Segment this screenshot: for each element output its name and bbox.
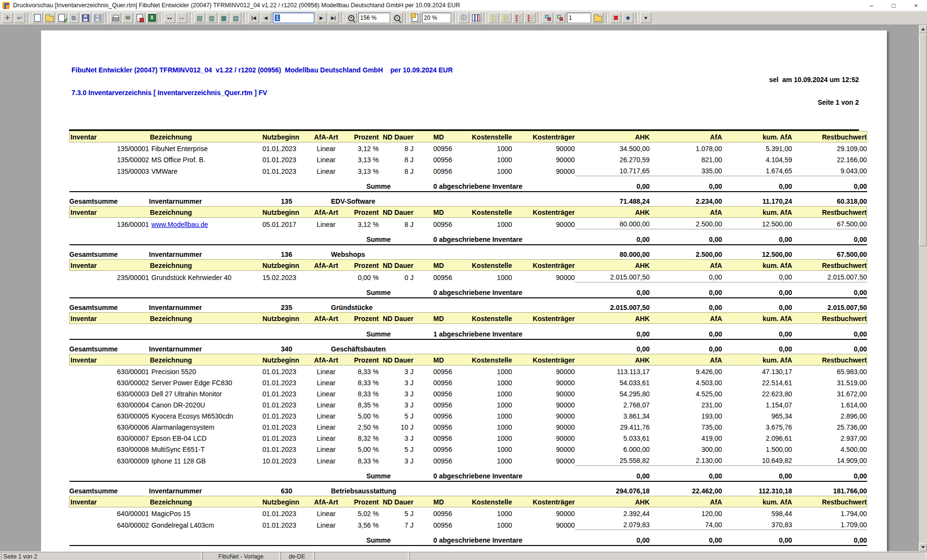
excel-export-button[interactable]: X xyxy=(146,13,157,23)
inventory-cell: Iphone 11 128 GB xyxy=(149,454,263,466)
print-button[interactable] xyxy=(110,13,121,23)
inventory-cell: 01.01.2023 xyxy=(263,388,311,399)
modellbau-link[interactable]: www.Modellbau.de xyxy=(152,221,209,228)
drill-up-button[interactable] xyxy=(554,13,565,23)
toolbar-separator xyxy=(244,13,246,23)
toolbar-overflow-button[interactable]: ▾ xyxy=(640,13,651,23)
vertical-scrollbar[interactable] xyxy=(918,25,927,551)
next-page-button[interactable]: ▶ xyxy=(316,13,327,23)
view-two-pages-button[interactable]: ▦ xyxy=(218,13,229,23)
view-whole-page-button[interactable]: ▤ xyxy=(194,13,205,23)
inventory-cell: 00956 xyxy=(416,410,455,421)
gesamtsumme-spacer xyxy=(512,546,575,551)
user-button[interactable]: ☻ xyxy=(622,13,633,23)
inventory-number-cell: 630/00008 xyxy=(70,443,149,454)
email-button[interactable]: ✉ xyxy=(122,13,133,23)
export-button[interactable] xyxy=(134,13,145,23)
inventory-cell: 113.113,17 xyxy=(575,365,650,377)
summe-value: 0,00 xyxy=(575,466,650,482)
open-report-button[interactable] xyxy=(44,13,55,23)
info-button[interactable]: ⓘ xyxy=(458,13,469,23)
maximize-button[interactable]: □ xyxy=(883,0,905,11)
column-header: Restbuchwert xyxy=(792,313,867,324)
inventory-cell: Linear xyxy=(311,218,342,229)
inventory-cell: 4.503,00 xyxy=(650,377,722,388)
view-page-width-button[interactable]: ▥ xyxy=(206,13,217,23)
collapse-tree-red-button[interactable] xyxy=(524,13,535,23)
new-report-button[interactable] xyxy=(32,13,43,23)
summe-value: 0,00 xyxy=(792,530,867,546)
group-name: Gründstücke xyxy=(311,298,455,313)
inventory-cell: 1000 xyxy=(455,443,512,454)
inventory-row: 135/00003VMWare01.01.2023Linear3,13 %8 J… xyxy=(70,165,867,176)
inventory-row: 630/00005Kyocera Ecosys M6530cdn01.01.20… xyxy=(70,410,867,421)
gesamtsumme-value: 67.500,00 xyxy=(792,245,867,260)
toolbar-separator xyxy=(606,13,608,23)
thumbnails-button[interactable] xyxy=(409,13,421,23)
inventory-cell: Linear xyxy=(311,165,342,176)
window-controls: –□× xyxy=(860,0,927,11)
thumb-zoom-input[interactable]: 20 % xyxy=(422,13,451,23)
close-x-icon: ✖ xyxy=(613,14,619,21)
first-page-button[interactable]: |◀ xyxy=(248,13,259,23)
pan-button[interactable]: ✛ xyxy=(2,13,13,23)
gesamtsumme-value: 0,00 xyxy=(722,339,792,354)
inventory-cell: 00956 xyxy=(416,154,455,165)
inventory-row: 630/00007Epson EB-04 LCD01.01.2023Linear… xyxy=(70,432,867,443)
expand-tree-red-button[interactable] xyxy=(512,13,523,23)
save-button[interactable] xyxy=(80,13,91,23)
last-page-button[interactable]: ▶| xyxy=(328,13,339,23)
inventory-cell: 300,00 xyxy=(650,443,722,454)
inventory-cell: 00956 xyxy=(416,388,455,399)
column-header: Prozent xyxy=(342,354,380,365)
zoom-level-input[interactable]: 156 % xyxy=(358,13,390,23)
column-setup-button[interactable] xyxy=(470,13,481,23)
collapse-tree-button[interactable] xyxy=(500,13,511,23)
column-header: AfA-Art xyxy=(311,496,342,507)
view-thumbnails-button[interactable]: ▧ xyxy=(230,13,241,23)
scroll-up-arrow[interactable] xyxy=(919,25,927,33)
view-page-width-icon: ▥ xyxy=(209,15,214,21)
drill-down-icon xyxy=(545,14,551,21)
column-header: AHK xyxy=(575,354,650,365)
inventory-cell: 1000 xyxy=(455,421,512,432)
column-header: ND Dauer xyxy=(380,496,416,507)
save-as-button[interactable] xyxy=(92,13,103,23)
scrollbar-thumb[interactable] xyxy=(919,34,927,246)
column-header: kum. AfA xyxy=(722,313,792,324)
gesamtsumme-row: GesamtsummeInventarnummer640Ladeneinrich… xyxy=(70,546,867,551)
inventory-cell: Linear xyxy=(311,507,342,519)
statusbar: Seite 1 von 2FibuNet - Vorlagede-DE xyxy=(0,551,927,560)
zoom-in-button[interactable] xyxy=(346,13,357,23)
search-next-button[interactable]: ●● xyxy=(176,13,187,23)
inventory-cell: 2.015.007,50 xyxy=(575,271,650,282)
inventory-cell: 00956 xyxy=(416,218,455,229)
copies-input[interactable]: 1 xyxy=(567,13,591,23)
exit-preview-button[interactable]: ↩ xyxy=(14,13,25,23)
copy-page-button[interactable]: ⧉ xyxy=(68,13,79,23)
column-header: Nutzbeginn xyxy=(263,313,311,324)
gesamtsumme-value: 60.318,00 xyxy=(792,192,867,207)
zoom-out-button[interactable] xyxy=(392,13,403,23)
drill-down-button[interactable] xyxy=(542,13,553,23)
inventory-cell: 90000 xyxy=(512,165,575,176)
page-setup-button[interactable] xyxy=(56,13,67,23)
load-layout-button[interactable] xyxy=(592,13,604,23)
minimize-button[interactable]: – xyxy=(860,0,883,11)
inventory-number-cell: 630/00004 xyxy=(70,399,149,410)
inventory-cell: 54.295,80 xyxy=(575,388,650,399)
gesamtsumme-value: 2.015.007,50 xyxy=(575,298,650,313)
prev-page-button[interactable]: ◀ xyxy=(260,13,271,23)
inventory-cell: 965,34 xyxy=(722,410,792,421)
close-preview-button[interactable]: ✖ xyxy=(610,13,621,23)
inventory-cell: Linear xyxy=(311,388,342,399)
column-header: kum. AfA xyxy=(722,207,792,218)
scroll-down-arrow[interactable] xyxy=(919,543,927,551)
expand-tree-button[interactable] xyxy=(488,13,499,23)
page-number-input[interactable]: 1 xyxy=(273,13,314,23)
inventory-cell: 26.270,59 xyxy=(575,154,650,165)
inventory-cell: 3,12 % xyxy=(342,142,380,154)
column-header: Kostenstelle xyxy=(455,496,512,507)
search-button[interactable]: ●● xyxy=(164,13,175,23)
close-button[interactable]: × xyxy=(905,0,927,11)
